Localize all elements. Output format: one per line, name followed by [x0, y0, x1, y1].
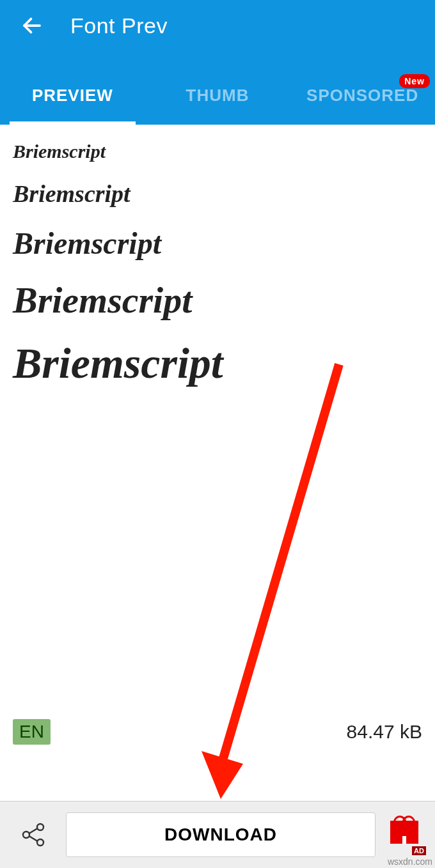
share-icon[interactable] [12, 812, 56, 857]
tab-label: PREVIEW [32, 86, 113, 105]
bottom-bar: DOWNLOAD AD [0, 801, 435, 868]
svg-point-3 [37, 839, 44, 846]
page-title: Font Prev [70, 13, 168, 38]
meta-row: EN 84.47 kB [13, 719, 422, 745]
ad-badge: AD [412, 846, 426, 855]
tab-thumb[interactable]: THUMB [145, 86, 290, 125]
font-preview-line: Briemscript [13, 339, 422, 387]
new-badge: New [399, 74, 430, 88]
font-preview-line: Briemscript [13, 181, 422, 208]
tab-preview[interactable]: PREVIEW [0, 86, 145, 125]
download-button[interactable]: DOWNLOAD [66, 812, 376, 857]
watermark: wsxdn.com [388, 856, 432, 867]
svg-point-1 [23, 832, 29, 838]
gift-icon[interactable]: AD [385, 816, 423, 854]
tab-label: THUMB [186, 86, 249, 105]
preview-panel: Briemscript Briemscript Briemscript Brie… [0, 125, 435, 801]
svg-line-5 [29, 836, 37, 841]
svg-line-4 [29, 828, 37, 833]
font-preview-line: Briemscript [13, 280, 422, 321]
app-bar: Font Prev [0, 0, 435, 51]
font-preview-line: Briemscript [13, 227, 422, 261]
svg-point-2 [37, 824, 44, 830]
language-badge: EN [13, 719, 51, 745]
tab-sponsored[interactable]: SPONSORED New [290, 86, 435, 125]
file-size-label: 84.47 kB [347, 721, 422, 743]
back-arrow-icon[interactable] [19, 13, 45, 38]
tab-label: SPONSORED [306, 86, 418, 105]
font-preview-line: Briemscript [13, 141, 422, 162]
tab-bar: PREVIEW THUMB SPONSORED New [0, 51, 435, 125]
download-label: DOWNLOAD [164, 825, 277, 845]
